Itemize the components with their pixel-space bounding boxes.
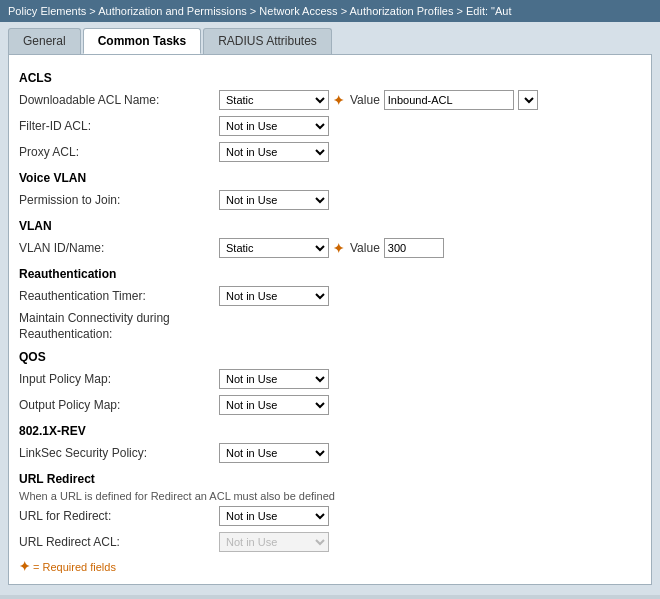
control-url-redirect-acl: Not in Use <box>219 532 329 552</box>
label-input-policy-map: Input Policy Map: <box>19 372 219 386</box>
breadcrumb-edit: Edit: "Aut <box>466 5 511 17</box>
value-label-acl: Value <box>350 93 380 107</box>
row-input-policy-map: Input Policy Map: Not in Use Static <box>19 368 641 390</box>
label-downloadable-acl: Downloadable ACL Name: <box>19 93 219 107</box>
input-vlan-value[interactable] <box>384 238 444 258</box>
value-label-vlan: Value <box>350 241 380 255</box>
label-url-redirect-acl: URL Redirect ACL: <box>19 535 219 549</box>
select-filter-id-acl[interactable]: Not in Use Static Dynamic <box>219 116 329 136</box>
req-icon-vlan: ✦ <box>333 241 344 256</box>
label-url-for-redirect: URL for Redirect: <box>19 509 219 523</box>
label-linksec: LinkSec Security Policy: <box>19 446 219 460</box>
row-linksec: LinkSec Security Policy: Not in Use Stat… <box>19 442 641 464</box>
breadcrumb-bar: Policy Elements > Authorization and Perm… <box>0 0 660 22</box>
control-linksec: Not in Use Static <box>219 443 329 463</box>
section-url-redirect: URL Redirect <box>19 472 641 486</box>
label-output-policy-map: Output Policy Map: <box>19 398 219 412</box>
section-acls: ACLS <box>19 71 641 85</box>
maintain-text-line2: Reauthentication: <box>19 327 219 343</box>
label-proxy-acl: Proxy ACL: <box>19 145 219 159</box>
row-permission-to-join: Permission to Join: Not in Use Static <box>19 189 641 211</box>
main-panel: General Common Tasks RADIUS Attributes A… <box>0 22 660 595</box>
select-permission-to-join[interactable]: Not in Use Static <box>219 190 329 210</box>
section-vlan: VLAN <box>19 219 641 233</box>
form-panel: ACLS Downloadable ACL Name: Static Not i… <box>8 54 652 585</box>
control-reauth-timer: Not in Use Static Dynamic <box>219 286 329 306</box>
section-reauthentication: Reauthentication <box>19 267 641 281</box>
control-url-for-redirect: Not in Use Static <box>219 506 329 526</box>
breadcrumb-part2: Authorization and Permissions <box>98 5 247 17</box>
row-output-policy-map: Output Policy Map: Not in Use Static <box>19 394 641 416</box>
input-downloadable-acl-value[interactable] <box>384 90 514 110</box>
req-icon-acl: ✦ <box>333 93 344 108</box>
select-inbound-acl-extra[interactable] <box>518 90 538 110</box>
label-vlan-id: VLAN ID/Name: <box>19 241 219 255</box>
maintain-text-line1: Maintain Connectivity during <box>19 311 219 327</box>
control-input-policy-map: Not in Use Static <box>219 369 329 389</box>
breadcrumb-link-auth-profiles[interactable]: Authorization Profiles <box>350 5 454 17</box>
control-output-policy-map: Not in Use Static <box>219 395 329 415</box>
select-reauth-timer[interactable]: Not in Use Static Dynamic <box>219 286 329 306</box>
label-reauth-timer: Reauthentication Timer: <box>19 289 219 303</box>
control-proxy-acl: Not in Use Static Dynamic <box>219 142 329 162</box>
row-reauth-timer: Reauthentication Timer: Not in Use Stati… <box>19 285 641 307</box>
tabs-row: General Common Tasks RADIUS Attributes <box>8 28 652 54</box>
select-url-for-redirect[interactable]: Not in Use Static <box>219 506 329 526</box>
control-vlan-id: Static Not in Use Dynamic ✦ Value <box>219 238 444 258</box>
select-proxy-acl[interactable]: Not in Use Static Dynamic <box>219 142 329 162</box>
control-filter-id-acl: Not in Use Static Dynamic <box>219 116 329 136</box>
row-proxy-acl: Proxy ACL: Not in Use Static Dynamic <box>19 141 641 163</box>
select-input-policy-map[interactable]: Not in Use Static <box>219 369 329 389</box>
req-icon-note: ✦ <box>19 559 30 574</box>
row-maintain-connectivity: Maintain Connectivity during Reauthentic… <box>19 311 641 342</box>
select-linksec[interactable]: Not in Use Static <box>219 443 329 463</box>
row-url-for-redirect: URL for Redirect: Not in Use Static <box>19 505 641 527</box>
section-qos: QOS <box>19 350 641 364</box>
required-fields-note: ✦ = Required fields <box>19 559 641 574</box>
breadcrumb-part1: Policy Elements <box>8 5 86 17</box>
section-802-1x-rev: 802.1X-REV <box>19 424 641 438</box>
label-filter-id-acl: Filter-ID ACL: <box>19 119 219 133</box>
label-maintain-connectivity: Maintain Connectivity during Reauthentic… <box>19 311 219 342</box>
url-redirect-info: When a URL is defined for Redirect an AC… <box>19 490 641 502</box>
control-downloadable-acl: Static Not in Use Dynamic ✦ Value <box>219 90 538 110</box>
label-permission-to-join: Permission to Join: <box>19 193 219 207</box>
tab-radius-attributes[interactable]: RADIUS Attributes <box>203 28 332 54</box>
select-vlan-id[interactable]: Static Not in Use Dynamic <box>219 238 329 258</box>
row-downloadable-acl: Downloadable ACL Name: Static Not in Use… <box>19 89 641 111</box>
section-voice-vlan: Voice VLAN <box>19 171 641 185</box>
select-output-policy-map[interactable]: Not in Use Static <box>219 395 329 415</box>
row-vlan-id: VLAN ID/Name: Static Not in Use Dynamic … <box>19 237 641 259</box>
tab-common-tasks[interactable]: Common Tasks <box>83 28 201 54</box>
breadcrumb-part3: Network Access <box>259 5 337 17</box>
required-note-text: = Required fields <box>33 561 116 573</box>
row-filter-id-acl: Filter-ID ACL: Not in Use Static Dynamic <box>19 115 641 137</box>
row-url-redirect-acl: URL Redirect ACL: Not in Use <box>19 531 641 553</box>
tab-general[interactable]: General <box>8 28 81 54</box>
select-downloadable-acl[interactable]: Static Not in Use Dynamic <box>219 90 329 110</box>
select-url-redirect-acl[interactable]: Not in Use <box>219 532 329 552</box>
control-permission-to-join: Not in Use Static <box>219 190 329 210</box>
